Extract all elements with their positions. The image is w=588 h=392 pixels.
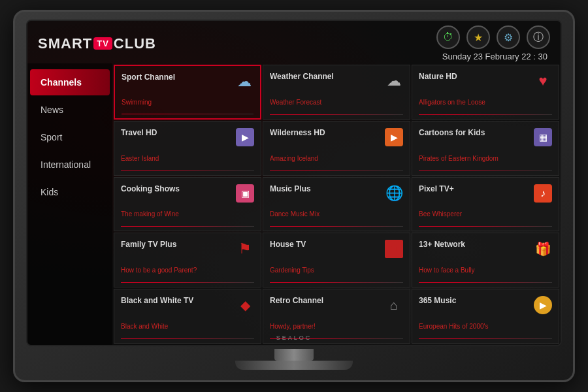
channel-name: Nature HD: [419, 72, 534, 81]
cloud-icon: ☁: [235, 73, 253, 91]
logo-smart: SMART: [38, 35, 92, 52]
channel-name: Pixel TV+: [419, 184, 534, 193]
sidebar-item-news[interactable]: News: [30, 97, 110, 123]
channel-current: Dance Music Mix: [270, 210, 403, 218]
channel-divider: [419, 171, 552, 171]
channel-pixel[interactable]: Pixel TV+ ♪ Bee Whisperer: [412, 177, 559, 232]
channel-wilderness[interactable]: Wilderness HD ▶ Amazing Iceland: [263, 121, 410, 176]
channel-current: Gardening Tips: [270, 267, 403, 274]
channel-travel[interactable]: Travel HD ▶ Easter Island: [114, 121, 261, 176]
channel-current: Black and White: [121, 323, 254, 330]
play-purple-icon: ▶: [236, 128, 254, 146]
channel-divider: [419, 114, 552, 115]
channel-name: Cooking Shows: [121, 184, 236, 193]
channel-sport[interactable]: Sport Channel ☁ Swimming: [114, 65, 261, 120]
channel-name: 13+ Network: [419, 240, 534, 249]
info-button[interactable]: ⓘ: [527, 25, 550, 49]
tv-outer: SMART TV CLUB ⏱ ★ ⚙ ⓘ Sunday 23 February…: [13, 10, 575, 382]
channel-divider: [270, 226, 403, 227]
channel-name: Cartoons for Kids: [419, 128, 534, 137]
channel-divider: [419, 226, 552, 227]
square-red-icon: ■: [385, 240, 403, 258]
top-bar: SMART TV CLUB ⏱ ★ ⚙ ⓘ Sunday 23 February…: [27, 21, 561, 63]
house-icon: ⌂: [385, 296, 403, 314]
channel-365music[interactable]: 365 Music ▶ European Hits of 2000's: [412, 289, 559, 344]
logo-tv-badge: TV: [93, 37, 112, 50]
palette-icon: ▣: [236, 184, 254, 203]
logo-club: CLUB: [114, 35, 156, 52]
sidebar-item-kids[interactable]: Kids: [30, 179, 110, 205]
date-time: Sunday 23 February 22 : 30: [442, 52, 547, 61]
channel-current: Easter Island: [121, 155, 254, 162]
channel-divider: [121, 282, 254, 283]
top-right-area: ⏱ ★ ⚙ ⓘ Sunday 23 February 22 : 30: [436, 25, 550, 61]
channel-current: Weather Forecast: [270, 99, 403, 106]
brand-label: SEALOC: [276, 335, 312, 341]
channel-divider: [270, 282, 403, 283]
channel-name: Retro Channel: [270, 296, 385, 305]
channel-name: Sport Channel: [122, 73, 235, 82]
settings-button[interactable]: ⚙: [497, 25, 520, 49]
gift-icon: 🎁: [534, 240, 552, 258]
music-icon: ♪: [534, 184, 552, 203]
channel-divider: [121, 171, 254, 171]
stand-neck: [274, 349, 314, 361]
flag-icon: ⚑: [236, 240, 254, 258]
channel-name: Black and White TV: [121, 296, 236, 305]
channel-name: Music Plus: [270, 184, 385, 193]
channel-cooking[interactable]: Cooking Shows ▣ The making of Wine: [114, 177, 261, 232]
screen-content: SMART TV CLUB ⏱ ★ ⚙ ⓘ Sunday 23 February…: [27, 21, 561, 345]
channel-bw[interactable]: Black and White TV ◆ Black and White: [114, 289, 261, 344]
globe-icon: 🌐: [385, 184, 403, 203]
channel-name: Weather Channel: [270, 72, 385, 81]
channel-name: 365 Music: [419, 296, 534, 305]
channel-current: Howdy, partner!: [270, 323, 403, 330]
channel-weather[interactable]: Weather Channel ☁ Weather Forecast: [263, 65, 410, 120]
channel-divider: [270, 171, 403, 171]
clock-button[interactable]: ⏱: [436, 25, 460, 49]
channel-current: Pirates of Eastern Kingdom: [419, 155, 552, 162]
channel-divider: [270, 114, 403, 115]
channel-divider: [419, 282, 552, 283]
channel-divider: [122, 114, 253, 114]
top-icons: ⏱ ★ ⚙ ⓘ: [436, 25, 550, 49]
channel-music-plus[interactable]: Music Plus 🌐 Dance Music Mix: [263, 177, 410, 232]
channel-name: Travel HD: [121, 128, 236, 137]
channel-divider: [121, 338, 254, 339]
heart-icon: ♥: [534, 72, 552, 90]
channel-house[interactable]: House TV ■ Gardening Tips: [263, 233, 410, 287]
channel-13plus[interactable]: 13+ Network 🎁 How to face a Bully: [412, 233, 559, 287]
channel-cartoons[interactable]: Cartoons for Kids ▦ Pirates of Eastern K…: [412, 121, 559, 176]
stand-base: [235, 361, 353, 370]
play-orange-icon: ▶: [385, 128, 403, 146]
tv-screen: SMART TV CLUB ⏱ ★ ⚙ ⓘ Sunday 23 February…: [26, 20, 562, 346]
channel-current: European Hits of 2000's: [419, 323, 552, 330]
logo: SMART TV CLUB: [38, 35, 156, 52]
main-area: Channels News Sport International Kids S…: [27, 63, 561, 345]
tv-stand: [235, 349, 353, 370]
channel-family[interactable]: Family TV Plus ⚑ How to be a good Parent…: [114, 233, 261, 287]
tv-purple-icon: ▦: [534, 128, 552, 146]
cloud-grey-icon: ☁: [385, 72, 403, 90]
channel-nature[interactable]: Nature HD ♥ Alligators on the Loose: [412, 65, 559, 120]
channel-name: House TV: [270, 240, 385, 249]
star-button[interactable]: ★: [466, 25, 490, 49]
channel-current: Swimming: [122, 99, 253, 106]
play-yellow-icon: ▶: [534, 296, 552, 314]
sidebar-item-sport[interactable]: Sport: [30, 124, 110, 150]
sidebar-item-international[interactable]: International: [30, 152, 110, 178]
channel-divider: [121, 226, 254, 227]
sidebar-item-channels[interactable]: Channels: [30, 69, 110, 95]
channel-current: Amazing Iceland: [270, 155, 403, 162]
channel-name: Wilderness HD: [270, 128, 385, 137]
channels-grid: Sport Channel ☁ Swimming Weather Channel…: [112, 63, 561, 345]
channel-name: Family TV Plus: [121, 240, 236, 249]
channel-current: How to face a Bully: [419, 267, 552, 274]
channel-divider: [419, 338, 552, 339]
channel-current: Bee Whisperer: [419, 210, 552, 218]
sidebar: Channels News Sport International Kids: [27, 63, 112, 345]
channel-current: Alligators on the Loose: [419, 99, 552, 106]
channel-current: How to be a good Parent?: [121, 267, 254, 274]
diamond-icon: ◆: [236, 296, 254, 314]
channel-current: The making of Wine: [121, 210, 254, 218]
